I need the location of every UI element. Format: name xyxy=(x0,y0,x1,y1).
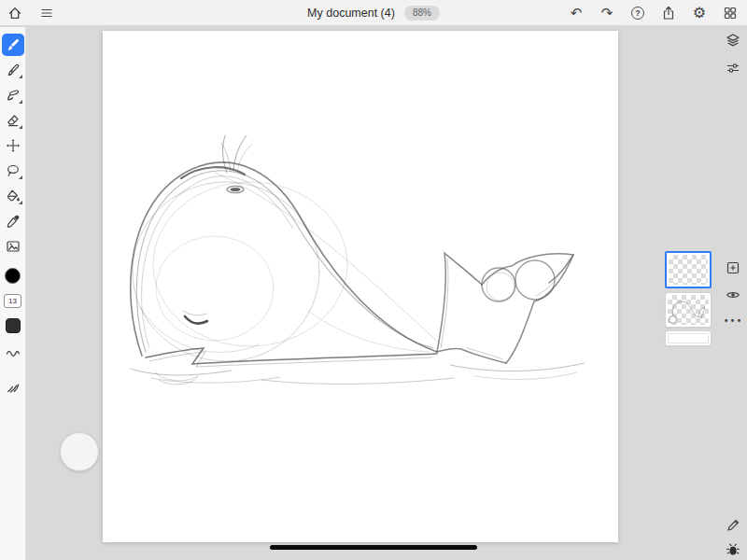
sliders-icon xyxy=(726,61,740,76)
add-layer-button[interactable] xyxy=(724,259,742,277)
share-button[interactable] xyxy=(659,4,678,22)
share-icon xyxy=(661,6,676,21)
layers-button[interactable] xyxy=(724,31,742,49)
tool-pixel-brush[interactable] xyxy=(0,83,26,107)
tool-bar: 13 xyxy=(0,27,26,560)
home-button[interactable] xyxy=(6,4,24,22)
ellipsis-icon: ••• xyxy=(724,315,743,326)
pencil-icon xyxy=(726,518,740,533)
layer-transparency-checker xyxy=(668,295,709,325)
tool-transform[interactable] xyxy=(0,133,26,158)
layer-thumbnail-selected[interactable] xyxy=(665,251,712,288)
layer-thumbnail-background[interactable] xyxy=(666,331,711,345)
secondary-swatch[interactable] xyxy=(6,318,21,333)
tool-fill[interactable] xyxy=(0,184,26,208)
brush-size-field[interactable]: 13 xyxy=(4,294,21,308)
zoom-badge[interactable]: 88% xyxy=(404,6,440,21)
brush-strokes-icon xyxy=(6,379,21,394)
brush-size-value: 13 xyxy=(8,297,17,305)
fresco-app: My document (4) 88% ↶ ↷ ? ⚙ xyxy=(0,0,747,560)
undo-icon: ↶ xyxy=(571,7,583,21)
grid-icon xyxy=(723,6,738,21)
tool-eraser[interactable] xyxy=(0,108,26,133)
adjustments-button[interactable] xyxy=(724,59,742,77)
layer-transparency-checker xyxy=(669,255,708,285)
whale-sketch xyxy=(103,31,618,542)
top-bar: My document (4) 88% ↶ ↷ ? ⚙ xyxy=(0,0,747,26)
home-icon xyxy=(7,6,22,21)
submenu-triangle xyxy=(19,201,22,204)
tool-brushes[interactable] xyxy=(0,374,26,399)
layer-visibility-button[interactable] xyxy=(724,286,742,304)
home-indicator[interactable] xyxy=(270,545,477,550)
settings-button[interactable]: ⚙ xyxy=(690,4,709,22)
help-button[interactable]: ? xyxy=(628,4,647,22)
background-layer-preview xyxy=(668,333,709,343)
submenu-triangle xyxy=(19,175,22,179)
eye-icon xyxy=(726,287,740,302)
undo-button[interactable]: ↶ xyxy=(567,4,585,22)
tool-smudge-brush[interactable] xyxy=(0,58,26,82)
tool-place-image[interactable] xyxy=(0,234,26,259)
layers-icon xyxy=(726,33,740,48)
bug-icon xyxy=(726,542,740,557)
layer-thumbnail-sketch[interactable] xyxy=(666,293,711,327)
right-strip: ••• xyxy=(719,27,747,560)
submenu-triangle xyxy=(19,75,22,78)
submenu-triangle xyxy=(19,125,22,129)
image-icon xyxy=(6,239,21,254)
layers-panel xyxy=(665,251,713,345)
tool-smoothing[interactable] xyxy=(0,342,26,366)
redo-button[interactable]: ↷ xyxy=(598,4,616,22)
drawing-canvas[interactable] xyxy=(103,31,618,542)
primary-color-swatch[interactable] xyxy=(5,268,21,284)
tool-eyedropper[interactable] xyxy=(0,209,26,233)
touch-shortcut[interactable] xyxy=(60,432,99,471)
gear-icon: ⚙ xyxy=(693,6,706,21)
document-title: My document (4) xyxy=(307,7,395,20)
redo-icon: ↷ xyxy=(601,7,613,21)
submenu-triangle xyxy=(19,100,22,104)
plus-square-icon xyxy=(726,260,740,275)
workspace-grid-button[interactable] xyxy=(721,4,740,22)
layer-status-icon xyxy=(669,315,677,324)
tool-paint-brush[interactable] xyxy=(2,34,24,56)
stylus-settings-button[interactable] xyxy=(724,516,742,535)
transform-icon xyxy=(6,138,21,153)
wave-icon xyxy=(6,346,21,361)
paint-brush-icon xyxy=(6,37,21,52)
menu-icon xyxy=(39,6,54,21)
menu-button[interactable] xyxy=(37,4,56,22)
tool-lasso[interactable] xyxy=(0,159,26,183)
eyedropper-icon xyxy=(6,214,21,229)
help-icon: ? xyxy=(631,7,644,20)
report-bug-button[interactable] xyxy=(724,540,742,559)
layer-more-button[interactable]: ••• xyxy=(724,311,742,329)
